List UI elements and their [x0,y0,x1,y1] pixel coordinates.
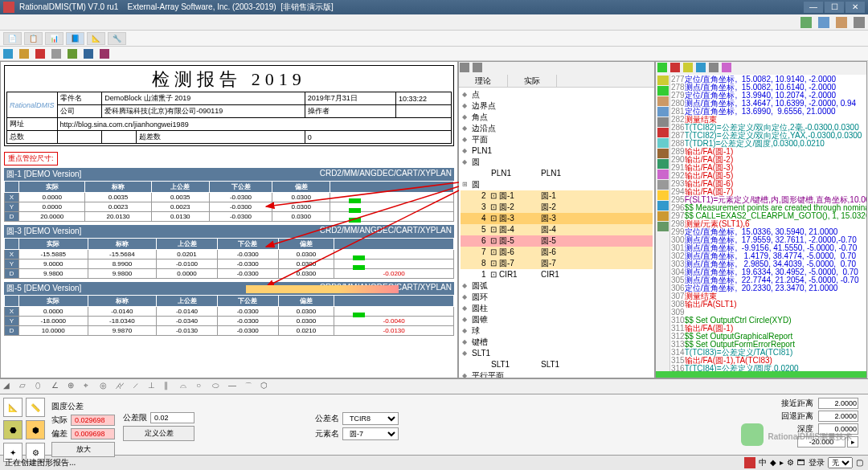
shape-icon[interactable]: ∠ [51,381,63,392]
shape-icon[interactable]: ⌒ [244,381,256,392]
shape-icon[interactable]: ⌖ [84,381,95,392]
shape-icon[interactable]: ◎ [100,381,111,392]
actual-value: 0.029698 [71,415,115,426]
tree-tabs: 理论 实际 [459,75,654,88]
window-title: RationalDMIS(TM) V7.0 ru1 External-Array… [19,2,804,13]
save-icon[interactable] [696,63,706,72]
cut-icon[interactable] [35,49,45,59]
sb-icon[interactable] [744,457,755,468]
minimize-button[interactable]: — [804,2,823,13]
define-tol-button[interactable]: 定义公差 [123,426,194,441]
tool-icon[interactable] [800,17,812,28]
status-dropdown[interactable]: 无 [828,457,853,468]
shape-icon[interactable]: ⌓ [180,381,191,392]
close-button[interactable]: ✕ [845,2,865,13]
shape-icon[interactable]: ⬭ [212,381,223,392]
report-info-table: RationalDMIS 零件名 DemoBlock 山浦熏子 2019 201… [6,92,452,144]
depth-input[interactable] [818,423,858,435]
tab[interactable]: 🔧 [108,32,126,45]
retract-input[interactable] [818,411,858,422]
elem-select[interactable]: 圆-7 [342,427,399,440]
tab[interactable]: 📊 [45,32,63,45]
maximize-button[interactable]: ☐ [825,2,844,13]
zoom-button[interactable]: 放大 [51,442,115,457]
tool-icon[interactable] [854,17,865,28]
tool-icon[interactable] [836,17,847,28]
save-icon[interactable] [3,49,13,59]
tab[interactable]: 📋 [24,32,43,45]
tab[interactable]: 📐 [87,32,105,45]
bottom-icon[interactable]: 📏 [26,398,45,417]
statusbar: 正在创建图形报告... 中◆▸⚙🗔 登录 无 ▢ [0,455,868,469]
status-text: 正在创建图形报告... [5,457,76,468]
tab[interactable]: 📘 [66,32,84,45]
tol-name-select[interactable]: TCIR8 [342,412,399,425]
approach-input[interactable] [818,398,858,409]
shape-icon[interactable]: ◢ [3,381,14,392]
tool-icon[interactable] [818,17,829,28]
code-cursor-line [656,371,866,378]
shape-icon[interactable]: ⬯ [35,381,47,392]
export-icon[interactable] [100,49,109,59]
tool-icon[interactable] [722,63,731,72]
tab[interactable]: 📄 [3,32,22,45]
paste-icon[interactable] [68,49,77,59]
shape-icon[interactable]: ⬡ [260,381,272,392]
shape-icon[interactable]: — [228,381,240,392]
shape-icon[interactable]: ⊥ [148,381,159,392]
open-icon[interactable] [19,49,29,59]
main-tabs: 📄 📋 📊 📘 📐 🔧 [0,31,868,47]
shape-icon[interactable]: ∥ [164,381,175,392]
titlebar: RationalDMIS(TM) V7.0 ru1 External-Array… [0,0,868,14]
print-icon[interactable] [84,49,93,59]
code-panel: 277定位/直角坐标, 15.0082, 10.9140, -2.0000278… [655,61,867,378]
code-editor[interactable]: 277定位/直角坐标, 15.0082, 10.9140, -2.0000278… [670,75,866,378]
shape-icon[interactable]: ⟋ [132,381,143,392]
tol-label: 圆度公差 [51,401,115,412]
bottom-icon[interactable]: 📐 [3,398,23,417]
tree-panel: 理论 实际 点边界点角点边沿点平面PLN1圆PLN1PLN1圆2 ⊡ 圆-1圆-… [458,61,655,378]
copy-icon[interactable] [51,49,61,59]
secondary-toolbar [0,47,868,61]
shape-icon[interactable]: ○ [196,381,207,392]
bottom-icon[interactable]: ⬢ [26,420,45,439]
tool-icon[interactable] [709,63,719,72]
highlight-bar [246,285,399,293]
report-title: 检测报告 2019 [6,67,452,92]
shape-icon[interactable]: ⊕ [68,381,79,392]
tab-actual[interactable]: 实际 [508,75,557,87]
app-icon [3,2,14,13]
bottom-toolbar: ◢ ▱ ⬯ ∠ ⊕ ⌖ ◎ ⌭ ⟋ ⊥ ∥ ⌓ ○ ⬭ — ⌒ ⬡ [0,378,868,394]
limit-input[interactable] [150,412,194,423]
code-toolbar [656,62,866,75]
run-icon[interactable] [657,63,667,72]
top-right-icons [0,14,868,31]
code-gutter [656,75,670,378]
dev-value: 0.009698 [71,428,115,439]
tab-theory[interactable]: 理论 [459,75,508,87]
bottom-icon[interactable]: ⬣ [3,420,23,439]
element-tree[interactable]: 点边界点角点边沿点平面PLN1圆PLN1PLN1圆2 ⊡ 圆-1圆-13 ⊡ 圆… [459,88,654,378]
stop-icon[interactable] [670,63,680,72]
report-panel: 检测报告 2019 RationalDMIS 零件名 DemoBlock 山浦熏… [0,61,458,378]
bottom-panel: 📐 📏 ⬣ ⬢ ✦ ⚙ 圆度公差 实际 0.029698 偏差 0.009698… [0,394,868,455]
shape-icon[interactable]: ▱ [19,381,31,392]
section-label: 重点管控尺寸: [4,152,58,166]
step-icon[interactable] [683,63,693,72]
shape-icon[interactable]: ⌭ [116,381,127,392]
